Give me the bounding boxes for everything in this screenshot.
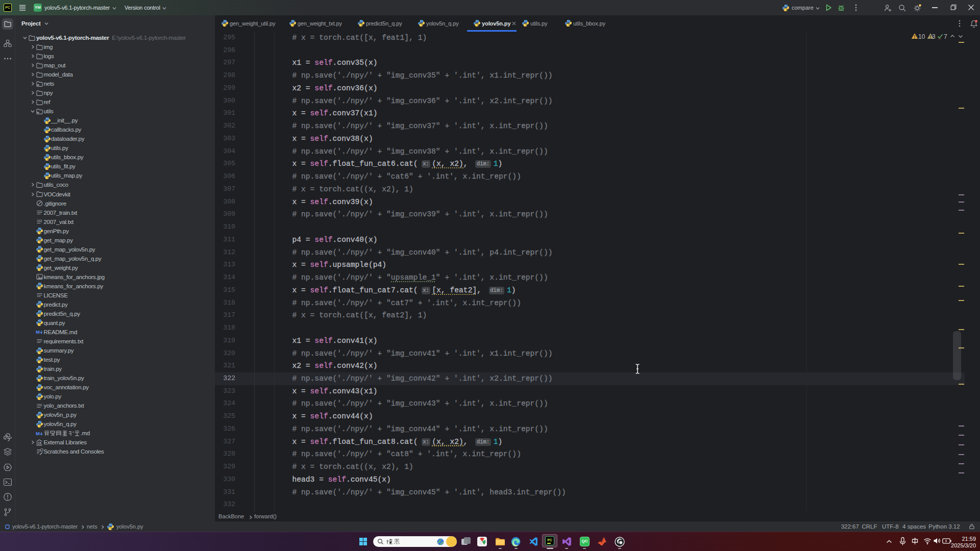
svg-text:M: M — [36, 431, 40, 436]
svg-text:M: M — [36, 329, 40, 335]
